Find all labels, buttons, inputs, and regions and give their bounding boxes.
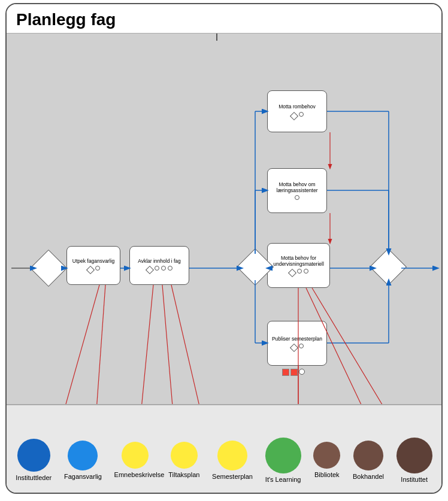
task-publiser-label: Publiser semesterplan: [272, 336, 322, 342]
task-motta-und-icons: [289, 269, 308, 276]
legend-semesterplan: Semesterplan: [212, 441, 253, 480]
main-window: Planlegg fag Utpek fagansvarlig Avklar i…: [5, 3, 443, 494]
data-objects: [282, 369, 305, 376]
circle-icon9: [299, 344, 304, 348]
instituttet-label: Instituttet: [401, 476, 428, 483]
instituttet-circle: [396, 438, 432, 473]
task-publiser: Publiser semesterplan: [267, 321, 327, 366]
bibliotek-circle: [313, 442, 340, 469]
legend-emnebeskrivelse: Emnebeskrivelse: [114, 442, 156, 478]
task-avklar-label: Avklar innhold i fag: [138, 258, 181, 264]
data-obj2: [290, 369, 298, 376]
task-motta-laring: Motta behov om læringsassistenter: [267, 168, 327, 213]
svg-line-23: [171, 285, 210, 404]
diamond-icon: [86, 266, 94, 274]
bokhandel-circle: [353, 441, 383, 470]
emnebeskrivelse-circle: [122, 442, 149, 469]
svg-line-20: [95, 285, 105, 404]
diamond-icon2: [145, 266, 153, 274]
legend-bokhandel: Bokhandel: [353, 441, 384, 480]
legend-bibliotek: Bibliotek: [313, 442, 340, 478]
legend-instituttet: Instituttet: [396, 438, 432, 483]
task-motta-und: Motta behov for undervisningsmateriell: [267, 243, 330, 288]
bibliotek-label: Bibliotek: [314, 471, 340, 478]
emnebeskrivelse-label: Emnebeskrivelse: [114, 471, 156, 478]
task-utpek: Utpek fagansvarlig: [66, 246, 120, 285]
diamond-icon4: [287, 269, 296, 277]
diamond-icon5: [289, 344, 298, 352]
legend-tiltaksplan: Tiltaksplan: [168, 442, 199, 478]
instituttleder-label: Instituttleder: [16, 474, 52, 481]
fagansvarlig-label: Fagansvarlig: [64, 473, 102, 480]
task-motta-laring-label: Motta behov om læringsassistenter: [269, 181, 325, 193]
circle-icon3: [161, 266, 166, 271]
task-avklar-icons: [147, 266, 172, 273]
task-utpek-icons: [87, 266, 100, 273]
circle-icon5: [299, 112, 304, 117]
svg-line-22: [162, 285, 174, 404]
task-motta-rom: Motta rombehov: [267, 90, 327, 132]
start-diamond: [30, 250, 67, 287]
legend-its-learning: It's Learning: [265, 438, 301, 483]
fagansvarlig-circle: [68, 441, 98, 470]
task-motta-laring-icons: [295, 195, 299, 200]
task-utpek-label: Utpek fagansvarlig: [72, 258, 114, 264]
circle-icon6: [295, 195, 299, 200]
legend-fagansvarlig: Fagansvarlig: [64, 441, 102, 480]
tiltaksplan-label: Tiltaksplan: [168, 471, 199, 478]
circle-icon8: [304, 269, 308, 274]
semesterplan-label: Semesterplan: [212, 473, 253, 480]
task-avklar: Avklar innhold i fag: [129, 246, 189, 285]
diamond-icon3: [289, 112, 298, 120]
data-circle: [299, 369, 305, 375]
end-gateway: [370, 248, 407, 286]
task-motta-rom-icons: [291, 112, 304, 119]
title-area: Planlegg fag: [7, 4, 441, 33]
its-learning-circle: [265, 438, 301, 473]
instituttleder-circle: [17, 439, 50, 472]
task-motta-rom-label: Motta rombehov: [279, 104, 315, 110]
legend-area: Instituttleder Fagansvarlig Emnebeskrive…: [7, 404, 441, 494]
circle-icon7: [297, 269, 302, 274]
page-title: Planlegg fag: [16, 10, 116, 29]
its-learning-label: It's Learning: [265, 476, 301, 483]
diagram-area: Utpek fagansvarlig Avklar innhold i fag …: [7, 33, 441, 404]
legend-instituttleder: Instituttleder: [16, 439, 52, 481]
top-arrow: [216, 34, 217, 41]
task-motta-und-label: Motta behov for undervisningsmateriell: [269, 255, 328, 267]
svg-line-19: [59, 285, 99, 404]
tiltaksplan-circle: [171, 442, 198, 469]
svg-line-21: [140, 285, 153, 404]
data-obj1: [282, 369, 289, 376]
circle-icon2: [155, 266, 159, 271]
bokhandel-label: Bokhandel: [353, 473, 384, 480]
semesterplan-circle: [217, 441, 247, 470]
arrows-svg: [7, 34, 441, 404]
circle-icon: [95, 266, 100, 271]
circle-icon4: [168, 266, 172, 271]
task-publiser-icons: [291, 344, 304, 351]
